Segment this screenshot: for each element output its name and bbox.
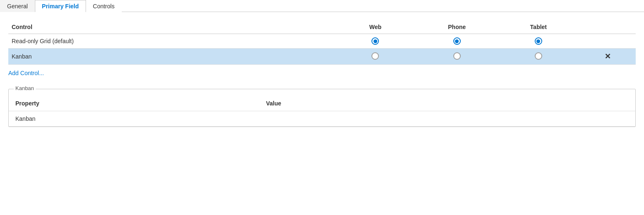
- properties-header-row: Property Value: [9, 96, 635, 111]
- phone-radio-readonly[interactable]: [416, 34, 498, 49]
- tablet-radio-kanban[interactable]: [498, 49, 579, 65]
- table-row: Read-only Grid (default): [8, 34, 636, 49]
- col-header-property: Property: [9, 96, 259, 111]
- tablet-radio-readonly[interactable]: [498, 34, 579, 49]
- phone-radio-kanban[interactable]: [416, 49, 498, 65]
- property-value: [259, 111, 635, 127]
- table-header-row: Control Web Phone Tablet: [8, 20, 636, 34]
- property-name: Kanban: [9, 111, 259, 127]
- main-content: Control Web Phone Tablet Read-only Grid …: [0, 12, 644, 127]
- tab-controls[interactable]: Controls: [86, 0, 122, 12]
- control-name-readonly: Read-only Grid (default): [8, 34, 334, 49]
- delete-cell-readonly: [579, 34, 636, 49]
- radio-tablet-kanban[interactable]: [535, 52, 542, 60]
- list-item: Kanban: [9, 111, 635, 127]
- col-header-control: Control: [8, 20, 334, 34]
- col-header-delete: [579, 20, 636, 34]
- controls-table: Control Web Phone Tablet Read-only Grid …: [8, 20, 636, 65]
- radio-web-readonly[interactable]: [371, 37, 379, 45]
- properties-table: Property Value Kanban: [9, 96, 635, 127]
- web-radio-kanban[interactable]: [334, 49, 416, 65]
- tab-primary-field[interactable]: Primary Field: [35, 0, 86, 12]
- radio-phone-kanban[interactable]: [453, 52, 461, 60]
- col-header-tablet: Tablet: [498, 20, 579, 34]
- radio-web-kanban[interactable]: [371, 52, 379, 60]
- control-name-kanban: Kanban: [8, 49, 334, 65]
- table-row: Kanban ✕: [8, 49, 636, 65]
- delete-cell-kanban[interactable]: ✕: [579, 49, 636, 65]
- tab-bar: General Primary Field Controls: [0, 0, 644, 12]
- add-control-link[interactable]: Add Control...: [8, 70, 44, 76]
- col-header-phone: Phone: [416, 20, 498, 34]
- col-header-value: Value: [259, 96, 635, 111]
- radio-tablet-readonly[interactable]: [535, 37, 542, 45]
- web-radio-readonly[interactable]: [334, 34, 416, 49]
- tab-general[interactable]: General: [0, 0, 35, 12]
- delete-kanban-button[interactable]: ✕: [603, 52, 612, 61]
- radio-phone-readonly[interactable]: [453, 37, 461, 45]
- col-header-web: Web: [334, 20, 416, 34]
- kanban-section: Kanban Property Value Kanban: [8, 89, 636, 127]
- kanban-section-title: Kanban: [14, 85, 36, 91]
